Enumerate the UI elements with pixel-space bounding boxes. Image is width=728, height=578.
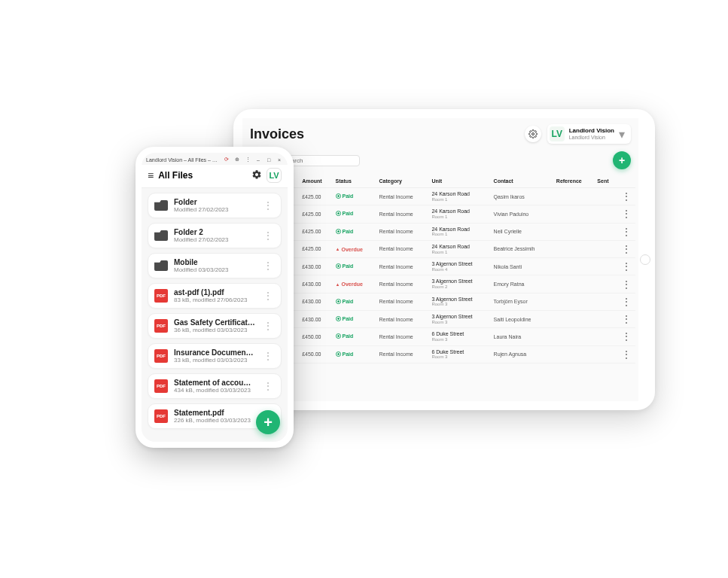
- cell-unit: 3 Algernon StreetRoom 4: [429, 258, 491, 275]
- row-menu-button[interactable]: ⋮: [617, 328, 635, 345]
- pdf-icon: PDF: [154, 349, 168, 363]
- table-row[interactable]: 22/06/2023 £425.00 Overdue Rental Income…: [245, 240, 635, 257]
- row-menu-button[interactable]: ⋮: [617, 223, 635, 240]
- row-menu-button[interactable]: ⋮: [617, 188, 635, 205]
- cell-unit: 3 Algernon StreetRoom 3: [429, 310, 491, 327]
- cell-reference: [554, 188, 595, 205]
- search-input[interactable]: [284, 157, 355, 164]
- zoom-icon[interactable]: ⊕: [233, 156, 241, 163]
- table-row[interactable]: 17/06/2023 £430.00 Paid Rental Income 3 …: [245, 310, 635, 327]
- item-meta: 434 kB, modified 03/03/2023: [174, 387, 255, 394]
- pdf-icon: PDF: [154, 409, 168, 423]
- col-status[interactable]: Status: [334, 174, 377, 188]
- table-row[interactable]: 17/06/2023 £430.00 Overdue Rental Income…: [245, 275, 635, 293]
- table-row[interactable]: 23/06/2023 £425.00 Paid Rental Income 24…: [245, 205, 635, 223]
- refresh-icon[interactable]: ⟳: [223, 156, 230, 163]
- table-row[interactable]: 17/06/2023 £430.00 Paid Rental Income 3 …: [245, 293, 635, 310]
- cell-contact: Beatrice Jessimih: [492, 240, 554, 257]
- cell-contact: Qasim Ikaros: [492, 188, 554, 205]
- cell-contact: Torbjörn Eysor: [492, 293, 554, 310]
- col-amount[interactable]: Amount: [300, 174, 333, 188]
- cell-amount: £430.00: [300, 275, 333, 293]
- minimize-icon[interactable]: –: [254, 156, 262, 163]
- cell-amount: £430.00: [300, 310, 333, 327]
- item-info: Statement of account.pdf 434 kB, modifie…: [174, 379, 255, 394]
- invoices-table: Date Amount Status Category Unit Contact…: [245, 174, 635, 364]
- item-menu-button[interactable]: ⋮: [261, 324, 275, 329]
- item-name: Folder: [174, 198, 255, 206]
- tablet-toolbar: +: [242, 151, 638, 174]
- cell-contact: Emory Ratna: [492, 275, 554, 293]
- profile-name: Landlord Vision: [569, 127, 614, 134]
- list-item[interactable]: Folder 2 Modified 27/02/2023 ⋮: [148, 223, 282, 248]
- cell-amount: £425.00: [300, 205, 333, 223]
- svg-point-0: [532, 133, 534, 135]
- row-menu-button[interactable]: ⋮: [617, 205, 635, 223]
- table-row[interactable]: 23/06/2023 £425.00 Paid Rental Income 24…: [245, 223, 635, 240]
- col-unit[interactable]: Unit: [429, 174, 491, 188]
- table-row[interactable]: 13/06/2023 £450.00 Paid Rental Income 6 …: [245, 328, 635, 345]
- cell-status: Paid: [334, 258, 377, 275]
- col-sent[interactable]: Sent: [595, 174, 617, 188]
- list-item[interactable]: PDF Insurance Documents.pdf 33 kB, modif…: [148, 343, 282, 369]
- item-menu-button[interactable]: ⋮: [261, 233, 275, 239]
- item-menu-button[interactable]: ⋮: [261, 294, 275, 299]
- row-menu-button[interactable]: ⋮: [617, 293, 635, 310]
- list-item[interactable]: PDF ast-pdf (1).pdf 83 kB, modified 27/0…: [148, 283, 282, 309]
- item-menu-button[interactable]: ⋮: [261, 203, 275, 208]
- item-menu-button[interactable]: ⋮: [261, 384, 275, 389]
- list-item[interactable]: PDF Statement of account.pdf 434 kB, mod…: [148, 373, 282, 399]
- cell-sent: [595, 310, 617, 327]
- pdf-icon: PDF: [154, 319, 168, 333]
- item-name: Statement of account.pdf: [174, 379, 255, 387]
- item-info: Gas Safety Certificate (1).pdf 36 kB, mo…: [174, 318, 255, 333]
- folder-icon: [154, 200, 168, 211]
- cell-status: Overdue: [334, 275, 377, 293]
- item-info: Insurance Documents.pdf 33 kB, modified …: [174, 348, 255, 364]
- table-row[interactable]: 17/06/2023 £430.00 Paid Rental Income 3 …: [245, 258, 635, 275]
- item-meta: 36 kB, modified 03/03/2023: [174, 327, 255, 333]
- row-menu-button[interactable]: ⋮: [617, 240, 635, 257]
- cell-status: Paid: [334, 205, 377, 223]
- maximize-icon[interactable]: □: [265, 156, 273, 163]
- cell-status: Paid: [334, 345, 377, 363]
- list-item[interactable]: PDF Gas Safety Certificate (1).pdf 36 kB…: [148, 313, 282, 339]
- cell-reference: [554, 258, 595, 275]
- profile-subtitle: Landlord Vision: [569, 135, 614, 141]
- profile-switcher[interactable]: LV Landlord Vision Landlord Vision ▾: [547, 124, 631, 144]
- cell-category: Rental Income: [376, 223, 429, 240]
- add-file-button[interactable]: +: [256, 410, 280, 434]
- cell-amount: £430.00: [300, 293, 333, 310]
- cell-status: Paid: [334, 310, 377, 327]
- row-menu-button[interactable]: ⋮: [617, 258, 635, 275]
- list-item[interactable]: Mobile Modified 03/03/2023 ⋮: [148, 253, 282, 278]
- cell-reference: [554, 240, 595, 257]
- col-contact[interactable]: Contact: [492, 174, 554, 188]
- brand-icon: LV: [550, 126, 565, 141]
- row-menu-button[interactable]: ⋮: [617, 345, 635, 363]
- add-invoice-button[interactable]: +: [613, 151, 631, 169]
- row-menu-button[interactable]: ⋮: [617, 310, 635, 327]
- more-icon[interactable]: ⋮: [244, 156, 251, 163]
- settings-button[interactable]: [251, 169, 262, 182]
- col-reference[interactable]: Reference: [554, 174, 595, 188]
- cell-reference: [554, 310, 595, 327]
- row-menu-button[interactable]: ⋮: [617, 275, 635, 293]
- cell-amount: £425.00: [300, 188, 333, 205]
- menu-button[interactable]: ≡: [148, 170, 154, 181]
- item-meta: 33 kB, modified 03/03/2023: [174, 357, 255, 364]
- tablet-home-button[interactable]: [640, 254, 650, 265]
- close-icon[interactable]: ×: [276, 156, 283, 163]
- item-menu-button[interactable]: ⋮: [261, 263, 275, 269]
- settings-button[interactable]: [525, 126, 541, 142]
- table-row[interactable]: 13/06/2023 £450.00 Paid Rental Income 6 …: [245, 345, 635, 363]
- files-list[interactable]: Folder Modified 27/02/2023 ⋮ Folder 2 Mo…: [142, 188, 288, 442]
- table-row[interactable]: 23/06/2023 £425.00 Paid Rental Income 24…: [245, 188, 635, 205]
- col-category[interactable]: Category: [376, 174, 429, 188]
- cell-sent: [595, 293, 617, 310]
- list-item[interactable]: Folder Modified 27/02/2023 ⋮: [148, 193, 282, 218]
- brand-icon[interactable]: LV: [267, 168, 282, 183]
- cell-sent: [595, 240, 617, 257]
- item-menu-button[interactable]: ⋮: [261, 354, 275, 359]
- page-title: Invoices: [250, 126, 519, 142]
